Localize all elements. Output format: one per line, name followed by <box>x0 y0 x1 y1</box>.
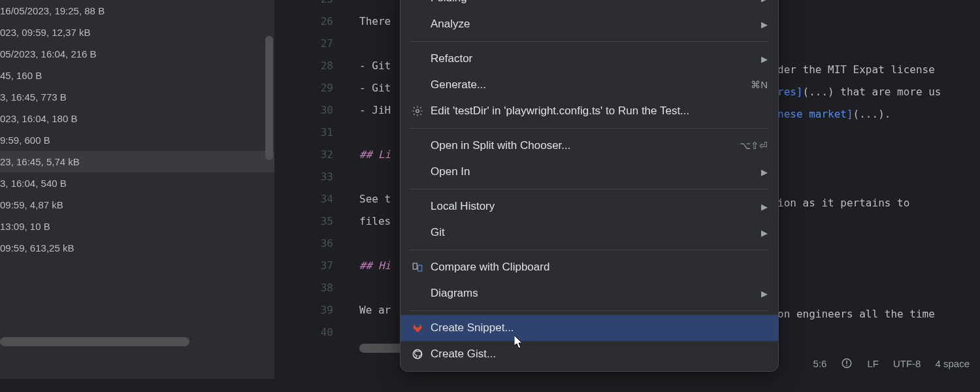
file-tree-scrollbar-vertical[interactable] <box>265 0 273 379</box>
editor-line: der the MIT Expat license <box>777 59 980 81</box>
file-item-selected[interactable]: 23, 16:45, 5,74 kB <box>0 151 274 172</box>
editor-line <box>777 170 980 192</box>
menu-item-compare-with-clipboard[interactable]: Compare with Clipboard <box>400 254 778 280</box>
menu-item-open-in-split-with-chooser[interactable]: Open in Split with Chooser...⌥⇧⏎ <box>400 133 778 159</box>
menu-separator <box>410 250 769 250</box>
context-menu[interactable]: Folding▶Analyze▶Refactor▶Generate...⌘NEd… <box>400 0 779 372</box>
menu-item-open-in[interactable]: Open In▶ <box>400 159 778 185</box>
menu-item-label: Create Snippet... <box>431 321 768 335</box>
github-icon <box>411 348 424 361</box>
line-number: 36 <box>274 233 359 255</box>
file-item[interactable]: 3, 16:45, 773 B <box>0 86 274 108</box>
scrollbar-thumb[interactable] <box>265 36 273 160</box>
chevron-right-icon: ▶ <box>761 54 768 64</box>
editor-line <box>777 237 980 259</box>
line-number: 34 <box>274 188 359 210</box>
menu-item-create-snippet[interactable]: Create Snippet... <box>400 315 778 341</box>
menu-item-label: Folding <box>431 0 761 5</box>
menu-item-generate[interactable]: Generate...⌘N <box>400 72 778 98</box>
chevron-right-icon: ▶ <box>761 228 768 238</box>
menu-item-label: Local History <box>431 200 761 213</box>
editor-line: res](...) that are more us <box>777 81 980 103</box>
menu-item-label: Diagrams <box>431 287 761 300</box>
file-tree-panel[interactable]: 16/05/2023, 19:25, 88 B 023, 09:59, 12,3… <box>0 0 274 379</box>
scrollbar-thumb[interactable] <box>0 337 189 346</box>
line-number: 25 <box>274 0 359 10</box>
file-item[interactable]: 9:59, 600 B <box>0 129 274 151</box>
line-number: 31 <box>274 122 359 144</box>
menu-shortcut: ⌥⇧⏎ <box>740 140 768 152</box>
menu-item-label: Analyze <box>431 18 761 31</box>
line-number: 37 <box>274 255 359 277</box>
status-bar: 5:6 LF UTF-8 4 space <box>803 354 980 372</box>
menu-item-label: Create Gist... <box>431 348 768 361</box>
editor-line <box>777 148 980 170</box>
file-item[interactable]: 023, 16:04, 180 B <box>0 108 274 129</box>
menu-item-analyze[interactable]: Analyze▶ <box>400 11 778 37</box>
file-item[interactable]: 09:59, 4,87 kB <box>0 194 274 216</box>
chevron-right-icon: ▶ <box>761 167 768 177</box>
menu-item-label: Edit 'testDir' in 'playwright.config.ts'… <box>431 105 768 118</box>
menu-item-refactor[interactable]: Refactor▶ <box>400 46 778 72</box>
menu-item-label: Open in Split with Chooser... <box>431 139 740 152</box>
line-number: 27 <box>274 33 359 55</box>
menu-separator <box>410 128 769 129</box>
menu-item-git[interactable]: Git▶ <box>400 220 778 246</box>
menu-item-diagrams[interactable]: Diagrams▶ <box>400 280 778 306</box>
status-encoding[interactable]: UTF-8 <box>893 358 921 369</box>
menu-item-label: Compare with Clipboard <box>431 261 768 274</box>
editor-line: nese market](...). <box>777 103 980 125</box>
menu-separator <box>410 310 769 311</box>
line-number: 28 <box>274 55 359 77</box>
editor-line: on engineers all the time <box>777 303 980 325</box>
gear-icon <box>411 105 424 118</box>
svg-rect-2 <box>413 263 417 269</box>
chevron-right-icon: ▶ <box>761 202 768 212</box>
menu-item-label: Refactor <box>431 52 761 65</box>
gitlab-icon <box>411 321 424 335</box>
file-tree-scrollbar-horizontal[interactable] <box>0 337 274 346</box>
menu-separator <box>410 189 769 189</box>
editor-line: ion as it pertains to <box>777 192 980 214</box>
chevron-right-icon: ▶ <box>761 20 768 29</box>
line-number: 33 <box>274 166 359 188</box>
svg-rect-3 <box>418 265 422 271</box>
editor-line <box>777 214 980 237</box>
menu-item-label: Git <box>431 226 761 239</box>
editor-content-right[interactable]: der the MIT Expat licenseres](...) that … <box>777 59 980 325</box>
chevron-right-icon: ▶ <box>761 289 768 299</box>
editor-line <box>777 259 980 281</box>
file-item[interactable]: 05/2023, 16:04, 216 B <box>0 43 274 65</box>
line-number: 32 <box>274 144 359 166</box>
svg-point-1 <box>416 110 419 113</box>
file-item[interactable]: 45, 160 B <box>0 65 274 86</box>
line-number: 40 <box>274 321 359 344</box>
file-item[interactable]: 3, 16:04, 540 B <box>0 172 274 194</box>
file-item[interactable]: 16/05/2023, 19:25, 88 B <box>0 0 274 22</box>
status-indent[interactable]: 4 space <box>935 358 970 369</box>
menu-item-edit-testdir-in-playwright-config-ts-to-run-the-test[interactable]: Edit 'testDir' in 'playwright.config.ts'… <box>400 98 778 124</box>
editor-gutter: 25 26 27 28 29 30 31 32 33 34 35 36 37 3… <box>274 0 359 379</box>
menu-item-folding[interactable]: Folding▶ <box>400 0 778 11</box>
line-number: 39 <box>274 299 359 321</box>
editor-line <box>777 125 980 148</box>
chevron-right-icon: ▶ <box>761 0 768 3</box>
status-line-ending[interactable]: LF <box>867 358 879 369</box>
line-number: 38 <box>274 277 359 299</box>
file-item[interactable]: 13:09, 10 B <box>0 216 274 237</box>
status-cursor-position[interactable]: 5:6 <box>813 358 827 369</box>
menu-item-label: Open In <box>431 165 761 178</box>
line-number: 30 <box>274 99 359 122</box>
menu-item-create-gist[interactable]: Create Gist... <box>400 341 778 367</box>
compare-icon <box>411 261 424 274</box>
line-number: 29 <box>274 77 359 99</box>
menu-item-label: Generate... <box>431 78 751 91</box>
editor-line <box>777 281 980 303</box>
file-item[interactable]: 023, 09:59, 12,37 kB <box>0 22 274 43</box>
line-number: 35 <box>274 210 359 233</box>
menu-item-local-history[interactable]: Local History▶ <box>400 193 778 220</box>
line-number: 26 <box>274 10 359 33</box>
menu-shortcut: ⌘N <box>751 79 768 91</box>
file-item[interactable]: 09:59, 613,25 kB <box>0 237 274 259</box>
status-warning-icon[interactable] <box>841 357 853 369</box>
